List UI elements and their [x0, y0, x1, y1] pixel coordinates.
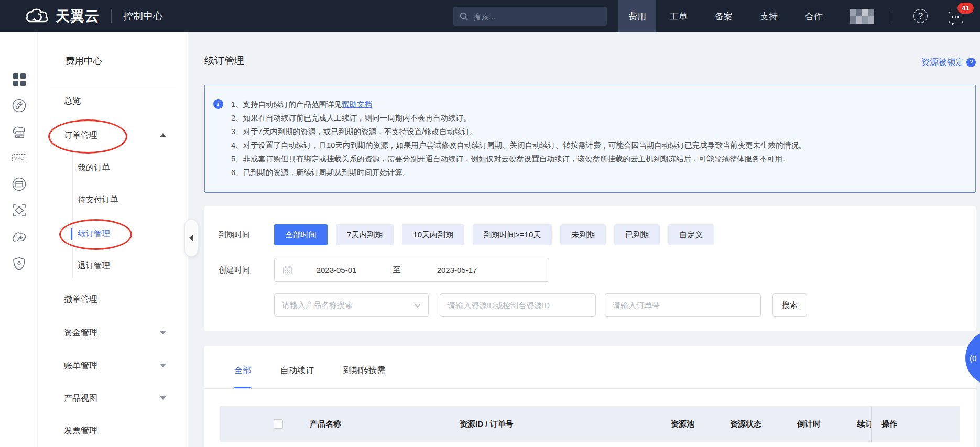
resource-locked-label: 资源被锁定 — [921, 57, 965, 68]
sidebar-item-renewal-management[interactable]: 续订管理 — [78, 228, 110, 239]
nav-menu-item-cooperation[interactable]: 合作 — [791, 0, 836, 32]
sidebar-item-pending-orders[interactable]: 待支付订单 — [78, 194, 118, 205]
top-navbar: 天翼云 控制中心 费用 工单 备案 支持 合作 ? 41 — [0, 0, 980, 32]
dashboard-icon[interactable] — [12, 99, 26, 113]
select-all-checkbox[interactable] — [274, 419, 283, 429]
calendar-icon — [283, 266, 292, 275]
chevron-up-icon[interactable] — [160, 133, 166, 137]
billing-sidebar: 费用中心 总览 订单管理 我的订单 待支付订单 续订管理 退订管理 撤单管理 资… — [38, 32, 188, 447]
notification-count-badge: 41 — [957, 3, 974, 14]
sidebar-item-cancel-management[interactable]: 撤单管理 — [64, 294, 97, 305]
column-actions: 操作 — [881, 406, 897, 442]
nav-menu-item-ticket[interactable]: 工单 — [656, 0, 701, 32]
sidebar-item-order-management[interactable]: 订单管理 — [64, 130, 97, 141]
column-resource-pool: 资源池 — [671, 406, 694, 442]
chevron-down-icon[interactable] — [160, 364, 166, 367]
order-number-input[interactable] — [605, 293, 761, 317]
tab-auto-renew[interactable]: 自动续订 — [280, 365, 314, 388]
notice-line-2: 2、如果在自动续订前已完成人工续订，则同一周期内不会再自动续订。 — [231, 111, 965, 125]
notice-line-4: 4、对于设置了自动续订，且10天内到期的资源，如果用户尝试修改自动续订周期、关闭… — [231, 138, 965, 152]
account-avatar[interactable] — [850, 9, 874, 24]
app-window-icon[interactable] — [12, 177, 26, 191]
date-range-picker[interactable]: 2023-05-01 至 2023-05-17 — [274, 258, 549, 282]
navbar-menu: 费用 工单 备案 支持 合作 — [618, 0, 836, 32]
global-search-box[interactable] — [453, 7, 607, 26]
filter-not-expired-button[interactable]: 未到期 — [560, 224, 606, 245]
chevron-down-icon[interactable] — [160, 331, 166, 334]
column-resource-id-order: 资源ID / 订单号 — [460, 406, 514, 442]
table-header: 产品名称 资源ID / 订单号 资源池 资源状态 倒计时 续订 操作 — [220, 406, 960, 442]
chevron-down-icon — [414, 303, 421, 308]
search-button[interactable]: 搜索 — [772, 293, 807, 317]
chevron-down-icon[interactable] — [160, 396, 166, 400]
sidebar-item-overview[interactable]: 总览 — [64, 96, 81, 107]
brand-name: 天翼云 — [56, 7, 100, 26]
sidebar-item-my-orders[interactable]: 我的订单 — [78, 162, 110, 173]
security-shield-icon[interactable] — [12, 257, 26, 271]
date-from-value[interactable]: 2023-05-01 — [292, 266, 381, 275]
chevron-left-icon — [189, 234, 193, 242]
sidebar-divider — [50, 85, 176, 85]
filter-expired-button[interactable]: 已到期 — [614, 224, 660, 245]
tab-bar: 全部 自动续订 到期转按需 — [204, 346, 976, 389]
nav-menu-item-billing[interactable]: 费用 — [618, 0, 656, 32]
sidebar-item-invoice-management[interactable]: 发票管理 — [64, 426, 97, 437]
page-title: 续订管理 — [204, 54, 244, 68]
resource-locked-link[interactable]: 资源被锁定 ? — [921, 57, 976, 68]
fixed-column-divider — [871, 406, 872, 442]
create-time-label: 创建时间 — [219, 265, 274, 275]
app-window: 天翼云 控制中心 费用 工单 备案 支持 合作 ? 41 — [0, 0, 980, 447]
tab-all[interactable]: 全部 — [234, 365, 251, 388]
sidebar-title: 费用中心 — [66, 54, 102, 67]
column-resource-status: 资源状态 — [730, 406, 761, 442]
renewal-list-panel: 全部 自动续订 到期转按需 产品名称 资源ID / 订单号 资源池 资源状态 倒… — [204, 346, 976, 447]
console-center-link[interactable]: 控制中心 — [123, 9, 163, 23]
cloud-logo-icon — [25, 7, 50, 26]
help-doc-link[interactable]: 帮助文档 — [342, 100, 372, 108]
sidebar-item-bill-management[interactable]: 账单管理 — [64, 361, 97, 372]
sidebar-item-unsubscribe-management[interactable]: 退订管理 — [78, 260, 110, 271]
filter-custom-button[interactable]: 自定义 — [668, 224, 714, 245]
notice-line-1: 1、支持自动续订的产品范围详见帮助文档 — [231, 97, 965, 111]
tab-expire-to-ondemand[interactable]: 到期转按需 — [343, 365, 385, 388]
filter-7days-button[interactable]: 7天内到期 — [336, 224, 394, 245]
floating-count-text: (0 — [970, 354, 976, 363]
sidebar-item-funds-management[interactable]: 资金管理 — [64, 328, 97, 339]
resource-id-input[interactable] — [440, 293, 596, 317]
notice-line-3: 3、对于7天内到期的资源，或已到期的资源，不支持设置/修改自动续订。 — [231, 125, 965, 138]
sidebar-item-product-view[interactable]: 产品视图 — [64, 393, 97, 404]
submenu-guide-line — [72, 152, 73, 278]
notice-line-6: 6、已到期的资源，新续订周期从到期时间开始计算。 — [231, 166, 965, 179]
search-icon — [460, 12, 469, 21]
message-dots — [952, 16, 959, 18]
help-icon[interactable]: ? — [913, 9, 928, 23]
notice-line-5: 5、非成套订购但具有绑定或挂载关系的资源，需要分别开通自动续订，例如仅对云硬盘设… — [231, 152, 965, 166]
filter-panel: 到期时间 全部时间 7天内到期 10天内到期 到期时间>=10天 未到期 已到期… — [204, 206, 976, 331]
date-to-value[interactable]: 2023-05-17 — [412, 266, 502, 275]
service-icon-rail: VPC — [0, 32, 38, 447]
nav-menu-item-support[interactable]: 支持 — [746, 0, 791, 32]
brand-area: 天翼云 控制中心 — [25, 0, 163, 32]
info-icon: i — [213, 99, 223, 109]
create-time-filter-row: 创建时间 2023-05-01 至 2023-05-17 — [219, 258, 549, 282]
sidebar-collapse-handle[interactable] — [184, 219, 198, 257]
product-name-placeholder: 请输入产品名称搜索 — [282, 300, 353, 310]
column-renewal-clipped: 续订 — [857, 406, 871, 442]
column-countdown: 倒计时 — [797, 406, 821, 442]
column-product-name: 产品名称 — [310, 406, 341, 442]
product-name-select[interactable]: 请输入产品名称搜索 — [274, 293, 429, 317]
filter-10days-button[interactable]: 10天内到期 — [402, 224, 464, 245]
search-filter-row: 请输入产品名称搜索 搜索 — [219, 293, 807, 317]
question-mark-icon: ? — [966, 58, 976, 67]
resource-frame-icon[interactable] — [12, 203, 26, 217]
active-item-indicator — [71, 228, 72, 240]
nav-menu-item-filing[interactable]: 备案 — [701, 0, 746, 32]
filter-gte-10days-button[interactable]: 到期时间>=10天 — [473, 224, 552, 245]
filter-all-time-button[interactable]: 全部时间 — [274, 224, 328, 245]
apps-grid-icon[interactable] — [12, 72, 26, 86]
cloud-migrate-icon[interactable] — [12, 230, 26, 244]
renewal-notice-box: i 1、支持自动续订的产品范围详见帮助文档 2、如果在自动续订前已完成人工续订，… — [204, 85, 976, 193]
vpc-icon[interactable]: VPC — [12, 151, 26, 165]
global-search-input[interactable] — [473, 12, 594, 21]
cloud-server-icon[interactable] — [12, 125, 26, 139]
